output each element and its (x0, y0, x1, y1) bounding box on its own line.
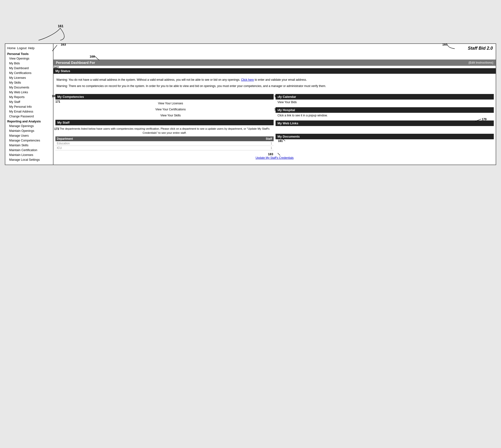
left-column: 169 My Competencies 171 View Your Licens… (55, 94, 274, 150)
dept-col-header: Department (55, 136, 202, 141)
right-column: 175 My Calendar View Your Bids 177 My Ho… (276, 94, 494, 150)
documents-content (276, 139, 494, 145)
callout-183-line (274, 153, 281, 156)
dept-education: Education (55, 141, 202, 146)
staff-education: 1 (202, 141, 274, 146)
diagram-area: 161 Home Logout Help Personal Tools View… (5, 5, 496, 170)
table-row[interactable]: ICU 1 (55, 146, 274, 150)
sidebar-item-my-staff[interactable]: My Staff (7, 99, 51, 104)
edit-instructions[interactable]: (Edit Instructions) (469, 61, 493, 64)
dashboard-header: Personal Dashboard For (Edit Instruction… (53, 60, 496, 66)
callout-166: 166 (90, 55, 95, 58)
callout-167: 167 (53, 66, 59, 69)
sidebar-item-manage-local-settings[interactable]: Manage Local Settings (7, 157, 51, 162)
sidebar-item-my-bids[interactable]: My Bids (7, 61, 51, 66)
sidebar-item-my-personal-info[interactable]: My Personal Info (7, 104, 51, 109)
callout-181-line (282, 138, 291, 142)
my-status-header: My Status (53, 68, 496, 74)
svg-line-0 (52, 45, 57, 51)
warning1-link[interactable]: Click here (241, 78, 254, 81)
callout-177: 177 (274, 108, 279, 111)
my-staff-header: My Staff (55, 120, 274, 125)
sidebar-nav-top: Home Logout Help (7, 46, 51, 50)
sidebar-item-manage-competencies[interactable]: Manage Competencies (7, 138, 51, 143)
svg-line-3 (282, 138, 285, 141)
sidebar-item-maintain-licenses[interactable]: Maintain Licenses (7, 153, 51, 157)
dashboard-title: Personal Dashboard For (56, 61, 95, 64)
view-bids-link[interactable]: View Your Bids (276, 99, 494, 105)
my-documents-header: My Documents (276, 134, 494, 139)
sidebar-item-manage-openings[interactable]: Manage Openings (7, 124, 51, 128)
sidebar-item-maintain-skills[interactable]: Maintain Skills (7, 143, 51, 148)
sidebar-item-my-web-links[interactable]: My Web Links (7, 90, 51, 95)
my-hospital-header: My Hospital (276, 107, 494, 113)
nav-logout[interactable]: Logout (17, 46, 27, 50)
callout-175: 175 (274, 95, 279, 98)
callout-165-line (443, 44, 457, 51)
sidebar-item-my-skills[interactable]: My Skills (7, 80, 51, 85)
view-skills-link[interactable]: View Your Skills (67, 112, 274, 119)
callout-173: 173 (54, 127, 59, 131)
sidebar-item-my-certifications[interactable]: My Certifications (7, 71, 51, 75)
svg-line-2 (475, 119, 481, 121)
update-area: 183 Update My Staff's Credentials (53, 150, 496, 161)
view-certifications-link[interactable]: View Your Certifications (67, 107, 274, 112)
callout-183: 183 (268, 152, 273, 156)
reporting-title: Reporting and Analysis (7, 120, 51, 123)
callout-166-line (94, 56, 107, 61)
sidebar-item-view-openings[interactable]: View Openings (7, 56, 51, 61)
callout-169: 169 (52, 95, 57, 98)
staff-description: The departments listed below have users … (55, 127, 274, 135)
callout-161-line (29, 27, 67, 41)
warning2: Warning: There are no competencies on re… (56, 84, 493, 88)
two-col-layout: 169 My Competencies 171 View Your Licens… (53, 94, 496, 150)
personal-tools-title: Personal Tools (7, 52, 51, 56)
web-links-content (276, 126, 494, 132)
nav-help[interactable]: Help (28, 46, 34, 50)
callout-171: 171 (55, 100, 60, 103)
sidebar-item-change-password[interactable]: Change Password (7, 114, 51, 119)
sidebar-item-my-licenses[interactable]: My Licenses (7, 75, 51, 80)
sidebar-item-manage-users[interactable]: Manage Users (7, 133, 51, 138)
sidebar-item-my-documents[interactable]: My Documents (7, 85, 51, 90)
main-container: Home Logout Help Personal Tools View Ope… (5, 43, 496, 165)
app-title: Staff Bid 2.0 (468, 46, 493, 51)
warnings-area: Warning: You do not have a valid email a… (53, 74, 496, 92)
warning1: Warning: You do not have a valid email a… (56, 78, 493, 82)
my-calendar-header: My Calendar (276, 94, 494, 99)
sidebar-item-my-reports[interactable]: My Reports (7, 95, 51, 99)
my-web-links-header: My Web Links (276, 121, 494, 126)
callout-179-line (472, 119, 482, 122)
callout-179: 179 (482, 118, 486, 121)
table-row[interactable]: Education 1 (55, 141, 274, 146)
hospital-text: Click a link to see it in a popup window… (276, 113, 494, 119)
callout-163: 163 (61, 43, 66, 46)
update-staff-link[interactable]: Update My Staff's Credentials (256, 156, 294, 160)
main-content: Staff Bid 2.0 163 165 166 (53, 44, 496, 165)
sidebar-item-maintain-openings[interactable]: Maintain Openings (7, 128, 51, 133)
svg-line-4 (278, 153, 280, 155)
department-table: Department Staff Education 1 (55, 136, 274, 150)
nav-home[interactable]: Home (7, 46, 16, 50)
svg-line-1 (94, 56, 99, 60)
sidebar: Home Logout Help Personal Tools View Ope… (5, 44, 53, 165)
view-licenses-link[interactable]: View Your Licenses (67, 100, 274, 107)
my-competencies-header: My Competencies (55, 94, 274, 99)
dept-icu: ICU (55, 146, 202, 150)
staff-icu: 1 (202, 146, 274, 150)
sidebar-item-my-email[interactable]: My Email Address (7, 109, 51, 114)
sidebar-item-my-dashboard[interactable]: My Dashboard (7, 66, 51, 71)
sidebar-item-maintain-certification[interactable]: Maintain Certification (7, 148, 51, 153)
staff-col-header: Staff (202, 136, 274, 141)
